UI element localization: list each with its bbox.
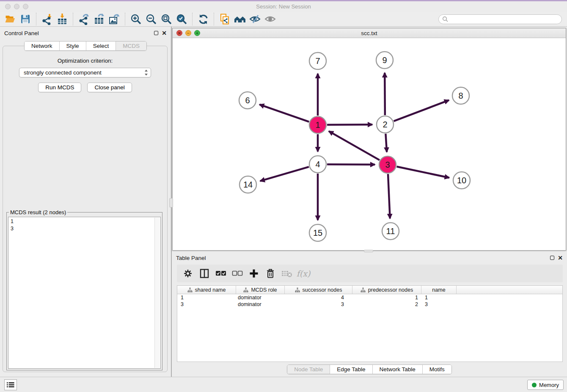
svg-text:8: 8	[458, 91, 463, 100]
mcds-result-item[interactable]: 3	[11, 225, 160, 232]
graph-edge-4-3[interactable]	[327, 164, 375, 165]
tab-style[interactable]: Style	[60, 41, 86, 50]
zoom-selected-icon[interactable]	[174, 13, 189, 25]
table-options-icon[interactable]	[181, 267, 195, 280]
cell-shared-name[interactable]: 3	[177, 301, 236, 307]
add-column-icon[interactable]	[247, 267, 261, 280]
network-window: ✕ − + scc.txt 7968124314101511	[172, 28, 566, 251]
result-scrollbar[interactable]	[154, 218, 160, 368]
graph-edge-1-6[interactable]	[259, 105, 309, 122]
run-mcds-button[interactable]: Run MCDS	[38, 83, 81, 92]
column-view-icon[interactable]	[198, 267, 211, 280]
column-header-mcds-role[interactable]: MCDS role	[236, 286, 285, 294]
cell-predecessor-nodes[interactable]: 2	[352, 301, 421, 307]
column-header-name[interactable]: name	[421, 286, 457, 294]
cell-name[interactable]: 1	[421, 295, 457, 301]
open-session-icon[interactable]	[3, 13, 18, 25]
memory-button[interactable]: Memory	[527, 380, 564, 390]
graph-edge-3-11[interactable]	[388, 174, 390, 218]
tab-network-table[interactable]: Network Table	[373, 365, 423, 374]
delete-column-icon[interactable]	[264, 267, 277, 280]
optimization-criterion-value: strongly connected component	[24, 69, 102, 76]
export-table-icon[interactable]	[91, 13, 107, 25]
tab-select[interactable]: Select	[86, 41, 116, 50]
show-all-icon[interactable]	[263, 13, 278, 25]
import-network-icon[interactable]	[39, 13, 55, 25]
table-row[interactable]: 3 dominator 3 2 3	[177, 301, 562, 308]
search-input[interactable]	[438, 14, 562, 24]
cell-predecessor-nodes[interactable]: 1	[352, 295, 421, 301]
close-panel-icon[interactable]: ✕	[162, 31, 167, 35]
table-row[interactable]: 1 dominator 4 1 1	[177, 294, 562, 301]
panel-splitter-handle[interactable]	[169, 198, 173, 207]
network-canvas[interactable]: 7968124314101511	[173, 38, 566, 250]
tab-network[interactable]: Network	[25, 41, 60, 50]
graph-edge-2-9[interactable]	[385, 73, 385, 115]
tree-icon	[187, 287, 193, 293]
svg-text:4: 4	[315, 160, 320, 169]
graph-node-11[interactable]: 11	[382, 223, 399, 240]
tab-mcds[interactable]: MCDS	[116, 41, 146, 50]
graph-edge-2-8[interactable]	[394, 100, 449, 121]
graph-edge-3-10[interactable]	[397, 167, 449, 178]
export-network-icon[interactable]	[76, 13, 91, 25]
export-image-icon[interactable]	[107, 13, 122, 25]
select-all-check-icon[interactable]	[214, 267, 228, 280]
column-header-shared-name[interactable]: shared name	[177, 286, 236, 294]
zoom-out-icon[interactable]	[143, 13, 159, 25]
optimization-criterion-select[interactable]: strongly connected component	[19, 68, 151, 77]
save-session-icon[interactable]	[18, 13, 33, 25]
mcds-result-item[interactable]: 1	[11, 218, 160, 225]
network-window-titlebar[interactable]: ✕ − + scc.txt	[173, 28, 566, 38]
zoom-fit-icon[interactable]	[159, 13, 174, 25]
memory-label: Memory	[539, 382, 559, 388]
graph-node-3[interactable]: 3	[379, 156, 396, 173]
network-window-title: scc.txt	[173, 30, 566, 36]
tab-node-table[interactable]: Node Table	[287, 365, 330, 374]
table-splitter-handle[interactable]	[364, 250, 373, 252]
cell-shared-name[interactable]: 1	[177, 295, 236, 301]
graph-node-4[interactable]: 4	[309, 156, 326, 173]
graph-edge-1-2[interactable]	[327, 124, 372, 125]
column-header-predecessor-nodes[interactable]: predecessor nodes	[352, 286, 421, 294]
mcds-result-title: MCDS result (2 nodes)	[9, 209, 67, 215]
delete-table-icon[interactable]	[280, 267, 294, 280]
graph-edge-4-14[interactable]	[260, 167, 309, 181]
first-neighbors-icon[interactable]	[232, 13, 248, 25]
cell-name[interactable]: 3	[421, 301, 457, 307]
duplicate-network-icon[interactable]	[217, 13, 232, 25]
float-panel-icon[interactable]	[154, 31, 158, 35]
cell-successor-nodes[interactable]: 4	[285, 295, 352, 301]
table-panel-title: Table Panel	[176, 255, 206, 261]
graph-node-1[interactable]: 1	[309, 116, 326, 133]
cell-mcds-role[interactable]: dominator	[236, 295, 285, 301]
unselect-all-icon[interactable]	[231, 267, 244, 280]
hide-selected-icon[interactable]	[248, 13, 263, 25]
graph-node-7[interactable]: 7	[309, 52, 326, 69]
graph-node-15[interactable]: 15	[309, 224, 326, 241]
zoom-in-icon[interactable]	[128, 13, 143, 25]
column-header-successor-nodes[interactable]: successor nodes	[285, 286, 352, 294]
import-table-icon[interactable]	[55, 13, 70, 25]
graph-node-6[interactable]: 6	[239, 92, 256, 109]
graph-edge-3-1[interactable]	[329, 131, 380, 160]
tab-motifs[interactable]: Motifs	[423, 365, 451, 374]
column-header-filler	[457, 286, 562, 294]
svg-text:10: 10	[457, 176, 466, 185]
mcds-result-list[interactable]: 1 3	[8, 217, 161, 369]
graph-node-10[interactable]: 10	[453, 172, 470, 189]
graph-node-8[interactable]: 8	[452, 87, 469, 104]
graph-node-9[interactable]: 9	[376, 52, 393, 69]
close-panel-button[interactable]: Close panel	[87, 83, 132, 92]
tab-edge-table[interactable]: Edge Table	[330, 365, 372, 374]
function-builder-icon[interactable]: f(x)	[297, 267, 310, 280]
float-table-panel-icon[interactable]	[550, 256, 554, 260]
graph-node-2[interactable]: 2	[377, 116, 394, 133]
close-table-panel-icon[interactable]: ✕	[558, 256, 563, 260]
cell-mcds-role[interactable]: dominator	[236, 301, 285, 307]
task-history-button[interactable]	[4, 379, 17, 390]
graph-edge-2-3[interactable]	[385, 134, 387, 152]
apply-layout-icon[interactable]	[195, 13, 211, 25]
cell-successor-nodes[interactable]: 3	[285, 301, 352, 307]
graph-node-14[interactable]: 14	[239, 176, 256, 193]
